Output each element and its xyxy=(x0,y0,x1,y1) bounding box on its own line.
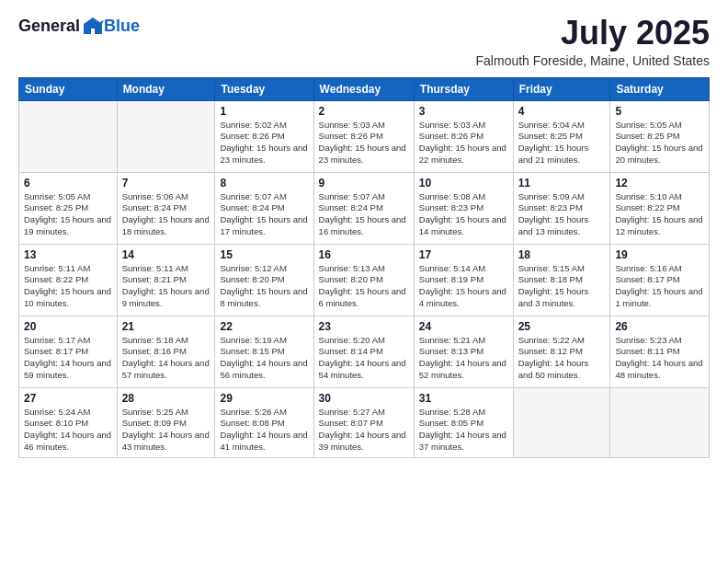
calendar-week-4: 20Sunrise: 5:17 AMSunset: 8:17 PMDayligh… xyxy=(19,316,710,387)
day-number: 19 xyxy=(615,248,704,261)
day-number: 7 xyxy=(122,177,210,190)
calendar-cell: 12Sunrise: 5:10 AMSunset: 8:22 PMDayligh… xyxy=(610,172,710,244)
calendar-cell: 20Sunrise: 5:17 AMSunset: 8:17 PMDayligh… xyxy=(19,316,118,387)
day-number: 15 xyxy=(220,248,308,261)
calendar-cell: 19Sunrise: 5:16 AMSunset: 8:17 PMDayligh… xyxy=(610,244,710,316)
calendar-cell: 14Sunrise: 5:11 AMSunset: 8:21 PMDayligh… xyxy=(117,244,215,316)
calendar-header-friday: Friday xyxy=(513,77,610,100)
day-number: 20 xyxy=(24,320,112,333)
day-info: Sunrise: 5:28 AMSunset: 8:05 PMDaylight:… xyxy=(419,407,508,454)
day-number: 29 xyxy=(220,392,308,405)
calendar-header-saturday: Saturday xyxy=(610,77,710,100)
day-number: 11 xyxy=(518,177,606,190)
calendar-week-2: 6Sunrise: 5:05 AMSunset: 8:25 PMDaylight… xyxy=(19,172,710,244)
day-number: 5 xyxy=(615,105,704,118)
calendar-cell xyxy=(610,387,710,457)
day-number: 12 xyxy=(615,177,704,190)
calendar-week-3: 13Sunrise: 5:11 AMSunset: 8:22 PMDayligh… xyxy=(19,244,710,316)
calendar-cell: 27Sunrise: 5:24 AMSunset: 8:10 PMDayligh… xyxy=(19,387,118,457)
day-number: 2 xyxy=(319,105,409,118)
day-number: 28 xyxy=(122,392,210,405)
calendar-cell xyxy=(117,100,215,172)
calendar-cell: 26Sunrise: 5:23 AMSunset: 8:11 PMDayligh… xyxy=(610,316,710,387)
location: Falmouth Foreside, Maine, United States xyxy=(476,53,710,68)
calendar-cell xyxy=(513,387,610,457)
day-info: Sunrise: 5:21 AMSunset: 8:13 PMDaylight:… xyxy=(419,335,508,382)
day-info: Sunrise: 5:12 AMSunset: 8:20 PMDaylight:… xyxy=(220,263,308,310)
day-number: 31 xyxy=(419,392,508,405)
day-info: Sunrise: 5:07 AMSunset: 8:24 PMDaylight:… xyxy=(220,191,308,238)
day-info: Sunrise: 5:22 AMSunset: 8:12 PMDaylight:… xyxy=(518,335,606,382)
logo-general-text: General xyxy=(18,17,80,36)
day-info: Sunrise: 5:05 AMSunset: 8:25 PMDaylight:… xyxy=(24,191,112,238)
day-info: Sunrise: 5:11 AMSunset: 8:21 PMDaylight:… xyxy=(122,263,210,310)
day-info: Sunrise: 5:27 AMSunset: 8:07 PMDaylight:… xyxy=(319,407,409,454)
calendar-cell: 31Sunrise: 5:28 AMSunset: 8:05 PMDayligh… xyxy=(414,387,513,457)
day-info: Sunrise: 5:09 AMSunset: 8:23 PMDaylight:… xyxy=(518,191,606,238)
calendar-cell: 7Sunrise: 5:06 AMSunset: 8:24 PMDaylight… xyxy=(117,172,215,244)
day-info: Sunrise: 5:03 AMSunset: 8:26 PMDaylight:… xyxy=(419,120,508,167)
calendar: SundayMondayTuesdayWednesdayThursdayFrid… xyxy=(18,77,710,458)
calendar-cell xyxy=(19,100,118,172)
day-info: Sunrise: 5:17 AMSunset: 8:17 PMDaylight:… xyxy=(24,335,112,382)
day-info: Sunrise: 5:13 AMSunset: 8:20 PMDaylight:… xyxy=(319,263,409,310)
day-info: Sunrise: 5:24 AMSunset: 8:10 PMDaylight:… xyxy=(24,407,112,454)
day-number: 13 xyxy=(24,248,112,261)
day-number: 3 xyxy=(419,105,508,118)
day-info: Sunrise: 5:08 AMSunset: 8:23 PMDaylight:… xyxy=(419,191,508,238)
day-number: 26 xyxy=(615,320,704,333)
calendar-header-tuesday: Tuesday xyxy=(215,77,313,100)
logo-icon xyxy=(82,15,104,37)
day-info: Sunrise: 5:06 AMSunset: 8:24 PMDaylight:… xyxy=(122,191,210,238)
calendar-header-sunday: Sunday xyxy=(19,77,118,100)
logo: General Blue xyxy=(18,15,140,37)
day-info: Sunrise: 5:16 AMSunset: 8:17 PMDaylight:… xyxy=(615,263,704,310)
day-info: Sunrise: 5:19 AMSunset: 8:15 PMDaylight:… xyxy=(220,335,308,382)
day-number: 4 xyxy=(518,105,606,118)
calendar-cell: 25Sunrise: 5:22 AMSunset: 8:12 PMDayligh… xyxy=(513,316,610,387)
calendar-cell: 21Sunrise: 5:18 AMSunset: 8:16 PMDayligh… xyxy=(117,316,215,387)
calendar-cell: 10Sunrise: 5:08 AMSunset: 8:23 PMDayligh… xyxy=(414,172,513,244)
calendar-cell: 5Sunrise: 5:05 AMSunset: 8:25 PMDaylight… xyxy=(610,100,710,172)
calendar-header-thursday: Thursday xyxy=(414,77,513,100)
calendar-cell: 16Sunrise: 5:13 AMSunset: 8:20 PMDayligh… xyxy=(313,244,414,316)
header: General Blue July 2025 Falmouth Foreside… xyxy=(18,15,710,68)
day-info: Sunrise: 5:05 AMSunset: 8:25 PMDaylight:… xyxy=(615,120,704,167)
calendar-cell: 18Sunrise: 5:15 AMSunset: 8:18 PMDayligh… xyxy=(513,244,610,316)
calendar-cell: 2Sunrise: 5:03 AMSunset: 8:26 PMDaylight… xyxy=(313,100,414,172)
day-number: 16 xyxy=(319,248,409,261)
day-info: Sunrise: 5:11 AMSunset: 8:22 PMDaylight:… xyxy=(24,263,112,310)
calendar-cell: 15Sunrise: 5:12 AMSunset: 8:20 PMDayligh… xyxy=(215,244,313,316)
calendar-cell: 3Sunrise: 5:03 AMSunset: 8:26 PMDaylight… xyxy=(414,100,513,172)
calendar-cell: 1Sunrise: 5:02 AMSunset: 8:26 PMDaylight… xyxy=(215,100,313,172)
day-info: Sunrise: 5:14 AMSunset: 8:19 PMDaylight:… xyxy=(419,263,508,310)
day-number: 30 xyxy=(319,392,409,405)
calendar-cell: 13Sunrise: 5:11 AMSunset: 8:22 PMDayligh… xyxy=(19,244,118,316)
calendar-cell: 22Sunrise: 5:19 AMSunset: 8:15 PMDayligh… xyxy=(215,316,313,387)
calendar-week-1: 1Sunrise: 5:02 AMSunset: 8:26 PMDaylight… xyxy=(19,100,710,172)
day-number: 24 xyxy=(419,320,508,333)
day-number: 17 xyxy=(419,248,508,261)
calendar-cell: 24Sunrise: 5:21 AMSunset: 8:13 PMDayligh… xyxy=(414,316,513,387)
calendar-cell: 4Sunrise: 5:04 AMSunset: 8:25 PMDaylight… xyxy=(513,100,610,172)
month-year: July 2025 xyxy=(476,15,710,52)
calendar-cell: 6Sunrise: 5:05 AMSunset: 8:25 PMDaylight… xyxy=(19,172,118,244)
logo-blue-text: Blue xyxy=(104,17,140,36)
calendar-header-monday: Monday xyxy=(117,77,215,100)
day-info: Sunrise: 5:18 AMSunset: 8:16 PMDaylight:… xyxy=(122,335,210,382)
calendar-week-5: 27Sunrise: 5:24 AMSunset: 8:10 PMDayligh… xyxy=(19,387,710,457)
day-number: 21 xyxy=(122,320,210,333)
day-info: Sunrise: 5:07 AMSunset: 8:24 PMDaylight:… xyxy=(319,191,409,238)
day-info: Sunrise: 5:02 AMSunset: 8:26 PMDaylight:… xyxy=(220,120,308,167)
calendar-cell: 9Sunrise: 5:07 AMSunset: 8:24 PMDaylight… xyxy=(313,172,414,244)
title-block: July 2025 Falmouth Foreside, Maine, Unit… xyxy=(476,15,710,68)
day-number: 18 xyxy=(518,248,606,261)
page: General Blue July 2025 Falmouth Foreside… xyxy=(0,0,728,563)
calendar-header-row: SundayMondayTuesdayWednesdayThursdayFrid… xyxy=(19,77,710,100)
calendar-cell: 8Sunrise: 5:07 AMSunset: 8:24 PMDaylight… xyxy=(215,172,313,244)
day-number: 6 xyxy=(24,177,112,190)
calendar-header-wednesday: Wednesday xyxy=(313,77,414,100)
day-info: Sunrise: 5:25 AMSunset: 8:09 PMDaylight:… xyxy=(122,407,210,454)
day-number: 1 xyxy=(220,105,308,118)
day-number: 8 xyxy=(220,177,308,190)
